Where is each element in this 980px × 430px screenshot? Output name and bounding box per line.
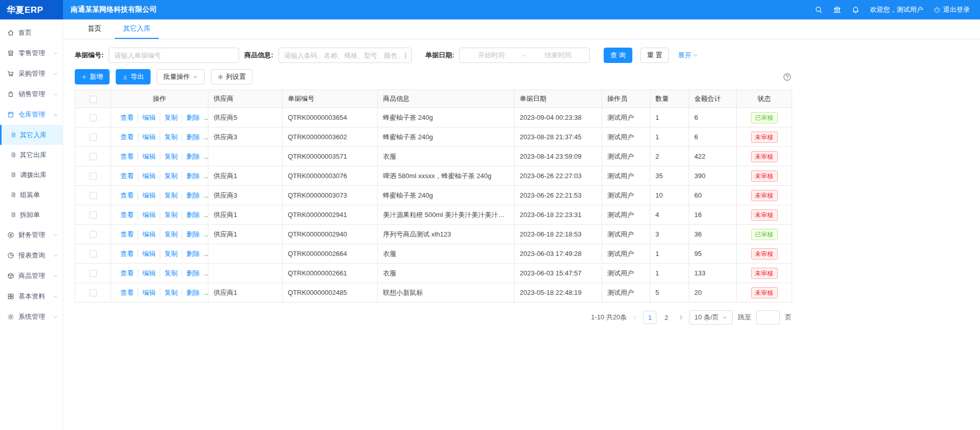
sidebar-item-system[interactable]: 系统管理 <box>0 307 62 327</box>
logout-button[interactable]: 退出登录 <box>933 5 970 14</box>
row-op-view[interactable]: 查看 <box>116 133 138 142</box>
export-button[interactable]: 导出 <box>116 69 151 84</box>
row-op-copy[interactable]: 复制 <box>160 152 182 161</box>
row-op-edit[interactable]: 编辑 <box>138 288 160 297</box>
sidebar-subitem-other-inbound[interactable]: 其它入库 <box>0 125 62 145</box>
date-range-input[interactable]: 开始时间 ~ 结束时间 <box>459 48 590 63</box>
sidebar-item-retail[interactable]: 零售管理 <box>0 43 62 63</box>
row-op-view[interactable]: 查看 <box>116 230 138 239</box>
row-op-delete[interactable]: 删除 <box>182 249 204 259</box>
batch-actions-button[interactable]: 批量操作 <box>157 69 205 84</box>
row-op-copy[interactable]: 复制 <box>160 191 182 200</box>
status-badge: 未审核 <box>751 268 778 279</box>
select-all-checkbox[interactable] <box>90 96 97 103</box>
row-op-delete[interactable]: 删除 <box>182 288 204 297</box>
row-op-copy[interactable]: 复制 <box>160 133 182 142</box>
row-op-edit[interactable]: 编辑 <box>138 249 160 259</box>
row-op-delete[interactable]: 删除 <box>182 113 204 122</box>
sidebar-subitem-label: 拆卸单 <box>20 210 40 220</box>
row-checkbox[interactable] <box>90 153 97 160</box>
row-op-delete[interactable]: 删除 <box>182 230 204 239</box>
cell-date: 2023-08-14 23:59:09 <box>515 147 602 166</box>
row-op-delete[interactable]: 删除 <box>182 191 204 200</box>
page-size-select[interactable]: 10 条/页 <box>689 310 733 325</box>
row-op-view[interactable]: 查看 <box>116 210 138 220</box>
row-op-delete[interactable]: 删除 <box>182 152 204 161</box>
sidebar-item-purchase[interactable]: 采购管理 <box>0 63 62 84</box>
row-checkbox[interactable] <box>90 211 97 219</box>
col-supplier: 供应商 <box>208 90 283 108</box>
row-op-view[interactable]: 查看 <box>116 288 138 297</box>
sidebar-item-label: 仓库管理 <box>18 110 45 119</box>
sidebar-subitem-disassembly[interactable]: 拆卸单 <box>0 205 62 225</box>
row-op-copy[interactable]: 复制 <box>160 210 182 220</box>
row-checkbox[interactable] <box>90 289 97 296</box>
row-op-edit[interactable]: 编辑 <box>138 133 160 142</box>
order-no-input[interactable] <box>109 48 239 63</box>
home-nav-icon[interactable] <box>833 6 841 14</box>
sidebar-item-report[interactable]: 报表查询 <box>0 245 62 266</box>
tab-home[interactable]: 首页 <box>79 19 110 39</box>
system-icon <box>7 313 14 320</box>
row-op-view[interactable]: 查看 <box>116 113 138 122</box>
row-op-view[interactable]: 查看 <box>116 171 138 181</box>
row-checkbox[interactable] <box>90 114 97 121</box>
sidebar-item-goods[interactable]: 商品管理 <box>0 266 62 286</box>
col-total: 金额合计 <box>689 90 737 108</box>
row-op-delete[interactable]: 删除 <box>182 171 204 181</box>
row-checkbox[interactable] <box>90 231 97 238</box>
column-settings-button[interactable]: 列设置 <box>211 69 252 84</box>
sidebar-item-sales[interactable]: 销售管理 <box>0 84 62 104</box>
row-op-edit[interactable]: 编辑 <box>138 191 160 200</box>
row-checkbox[interactable] <box>90 173 97 180</box>
next-page-button[interactable] <box>678 314 684 320</box>
row-op-delete[interactable]: 删除 <box>182 133 204 142</box>
row-op-edit[interactable]: 编辑 <box>138 113 160 122</box>
page-button-2[interactable]: 2 <box>659 311 673 324</box>
row-op-copy[interactable]: 复制 <box>160 230 182 239</box>
sidebar-item-basic[interactable]: 基本资料 <box>0 286 62 307</box>
row-op-edit[interactable]: 编辑 <box>138 230 160 239</box>
sidebar-item-finance[interactable]: 财务管理 <box>0 225 62 245</box>
cell-supplier: 供应商5 <box>208 108 283 127</box>
row-op-edit[interactable]: 编辑 <box>138 210 160 220</box>
row-op-edit[interactable]: 编辑 <box>138 152 160 161</box>
search-icon[interactable] <box>815 6 823 14</box>
row-op-delete[interactable]: 删除 <box>182 269 204 278</box>
product-info-input[interactable] <box>279 48 412 63</box>
row-op-copy[interactable]: 复制 <box>160 113 182 122</box>
sidebar-subitem-other-outbound[interactable]: 其它出库 <box>0 145 62 165</box>
add-button[interactable]: 新增 <box>75 69 110 84</box>
row-checkbox[interactable] <box>90 134 97 141</box>
row-op-view[interactable]: 查看 <box>116 249 138 259</box>
notification-bell-icon[interactable] <box>851 6 860 14</box>
row-op-delete[interactable]: 删除 <box>182 210 204 220</box>
row-op-copy[interactable]: 复制 <box>160 249 182 259</box>
search-button[interactable]: 查 询 <box>604 48 632 63</box>
jump-input[interactable] <box>756 310 780 325</box>
row-op-view[interactable]: 查看 <box>116 191 138 200</box>
row-op-edit[interactable]: 编辑 <box>138 171 160 181</box>
row-op-view[interactable]: 查看 <box>116 269 138 278</box>
reset-button[interactable]: 重 置 <box>641 48 669 63</box>
row-checkbox[interactable] <box>90 270 97 277</box>
cell-date: 2023-05-18 22:48:19 <box>515 283 602 303</box>
row-op-edit[interactable]: 编辑 <box>138 269 160 278</box>
help-icon[interactable] <box>783 73 792 81</box>
sidebar-subitem-assembly[interactable]: 组装单 <box>0 185 62 205</box>
prev-page-button[interactable] <box>632 314 638 320</box>
sidebar-item-home[interactable]: 首页 <box>0 23 62 43</box>
cell-supplier: 供应商1 <box>208 283 283 303</box>
sidebar-subitem-transfer-outbound[interactable]: 调拨出库 <box>0 165 62 185</box>
sidebar-item-warehouse[interactable]: 仓库管理 <box>0 104 62 125</box>
row-op-copy[interactable]: 复制 <box>160 171 182 181</box>
page-button-1[interactable]: 1 <box>643 311 656 324</box>
row-op-copy[interactable]: 复制 <box>160 288 182 297</box>
row-op-view[interactable]: 查看 <box>116 152 138 161</box>
expand-link[interactable]: 展开 <box>678 51 698 60</box>
row-checkbox[interactable] <box>90 192 97 199</box>
tab-other-inbound[interactable]: 其它入库 <box>115 19 159 39</box>
sidebar-item-label: 基本资料 <box>18 292 45 301</box>
row-checkbox[interactable] <box>90 250 97 257</box>
row-op-copy[interactable]: 复制 <box>160 269 182 278</box>
